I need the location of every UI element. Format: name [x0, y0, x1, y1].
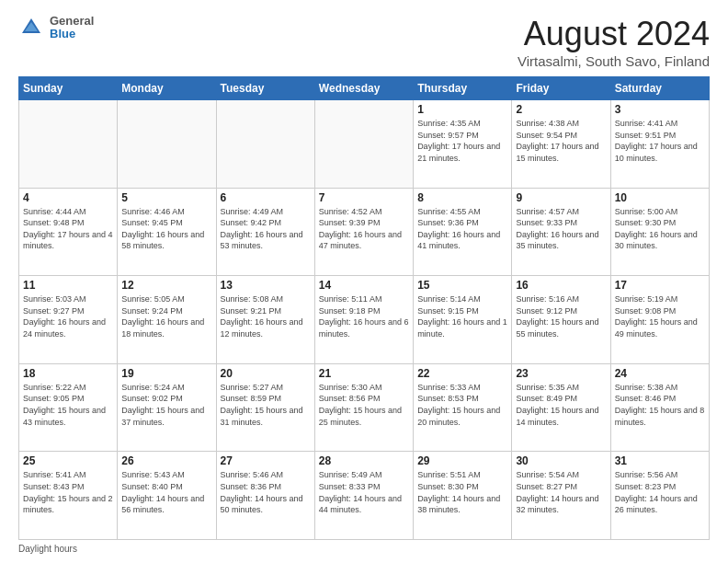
logo-line2: Blue — [50, 28, 94, 40]
day-number: 17 — [615, 279, 705, 292]
calendar-week-row: 18Sunrise: 5:22 AM Sunset: 9:05 PM Dayli… — [19, 363, 710, 452]
calendar-cell: 14Sunrise: 5:11 AM Sunset: 9:18 PM Dayli… — [314, 276, 413, 364]
calendar-title: August 2024 — [518, 15, 710, 53]
calendar-cell: 20Sunrise: 5:27 AM Sunset: 8:59 PM Dayli… — [216, 363, 314, 452]
header-row: SundayMondayTuesdayWednesdayThursdayFrid… — [19, 77, 710, 100]
calendar-cell — [314, 100, 413, 189]
day-number: 10 — [615, 191, 705, 204]
day-info: Sunrise: 4:52 AM Sunset: 9:39 PM Dayligh… — [319, 206, 409, 252]
day-info: Sunrise: 5:08 AM Sunset: 9:21 PM Dayligh… — [221, 293, 311, 339]
day-info: Sunrise: 5:24 AM Sunset: 9:02 PM Dayligh… — [121, 382, 211, 428]
day-of-week-header: Thursday — [414, 77, 512, 100]
footer: Daylight hours — [18, 544, 710, 554]
day-number: 1 — [417, 103, 507, 116]
calendar-cell: 25Sunrise: 5:41 AM Sunset: 8:43 PM Dayli… — [19, 452, 118, 540]
calendar-cell: 21Sunrise: 5:30 AM Sunset: 8:56 PM Dayli… — [314, 363, 413, 452]
calendar-cell: 30Sunrise: 5:54 AM Sunset: 8:27 PM Dayli… — [512, 452, 610, 540]
day-info: Sunrise: 4:46 AM Sunset: 9:45 PM Dayligh… — [121, 206, 211, 252]
day-number: 4 — [23, 191, 113, 204]
calendar-week-row: 25Sunrise: 5:41 AM Sunset: 8:43 PM Dayli… — [19, 452, 710, 540]
day-info: Sunrise: 5:46 AM Sunset: 8:36 PM Dayligh… — [221, 469, 311, 515]
day-info: Sunrise: 5:41 AM Sunset: 8:43 PM Dayligh… — [23, 469, 113, 515]
day-of-week-header: Tuesday — [216, 77, 314, 100]
day-number: 9 — [516, 191, 606, 204]
day-of-week-header: Monday — [118, 77, 216, 100]
day-info: Sunrise: 5:16 AM Sunset: 9:12 PM Dayligh… — [516, 293, 606, 339]
calendar-cell: 1Sunrise: 4:35 AM Sunset: 9:57 PM Daylig… — [414, 100, 512, 189]
day-number: 27 — [221, 454, 311, 467]
day-number: 7 — [319, 191, 409, 204]
day-info: Sunrise: 5:03 AM Sunset: 9:27 PM Dayligh… — [23, 293, 113, 339]
calendar-week-row: 1Sunrise: 4:35 AM Sunset: 9:57 PM Daylig… — [19, 100, 710, 189]
day-number: 12 — [121, 279, 211, 292]
calendar-cell: 23Sunrise: 5:35 AM Sunset: 8:49 PM Dayli… — [512, 363, 610, 452]
calendar-header: SundayMondayTuesdayWednesdayThursdayFrid… — [19, 77, 710, 100]
day-info: Sunrise: 5:51 AM Sunset: 8:30 PM Dayligh… — [417, 469, 507, 515]
day-of-week-header: Wednesday — [314, 77, 413, 100]
daylight-hours-label: Daylight hours — [18, 544, 77, 554]
calendar-cell: 4Sunrise: 4:44 AM Sunset: 9:48 PM Daylig… — [19, 188, 118, 276]
day-number: 23 — [516, 367, 606, 380]
calendar-cell: 9Sunrise: 4:57 AM Sunset: 9:33 PM Daylig… — [512, 188, 610, 276]
day-info: Sunrise: 4:49 AM Sunset: 9:42 PM Dayligh… — [221, 206, 311, 252]
logo-line1: General — [50, 15, 94, 28]
day-number: 31 — [615, 454, 705, 467]
calendar-cell: 19Sunrise: 5:24 AM Sunset: 9:02 PM Dayli… — [118, 363, 216, 452]
logo-text: General Blue — [50, 15, 94, 41]
calendar-subtitle: Virtasalmi, South Savo, Finland — [518, 53, 710, 69]
day-info: Sunrise: 5:33 AM Sunset: 8:53 PM Dayligh… — [417, 382, 507, 428]
header: General Blue August 2024 Virtasalmi, Sou… — [18, 15, 710, 69]
calendar-cell: 13Sunrise: 5:08 AM Sunset: 9:21 PM Dayli… — [216, 276, 314, 364]
day-number: 20 — [221, 367, 311, 380]
day-number: 18 — [23, 367, 113, 380]
calendar-cell: 26Sunrise: 5:43 AM Sunset: 8:40 PM Dayli… — [118, 452, 216, 540]
calendar-cell — [216, 100, 314, 189]
calendar-cell — [19, 100, 118, 189]
day-number: 28 — [319, 454, 409, 467]
day-number: 13 — [221, 279, 311, 292]
calendar-cell: 31Sunrise: 5:56 AM Sunset: 8:23 PM Dayli… — [610, 452, 709, 540]
day-number: 21 — [319, 367, 409, 380]
day-info: Sunrise: 5:30 AM Sunset: 8:56 PM Dayligh… — [319, 382, 409, 428]
day-of-week-header: Saturday — [610, 77, 709, 100]
day-number: 26 — [121, 454, 211, 467]
day-info: Sunrise: 5:14 AM Sunset: 9:15 PM Dayligh… — [417, 293, 507, 339]
day-number: 2 — [516, 103, 606, 116]
day-info: Sunrise: 5:35 AM Sunset: 8:49 PM Dayligh… — [516, 382, 606, 428]
day-number: 8 — [417, 191, 507, 204]
calendar-cell: 6Sunrise: 4:49 AM Sunset: 9:42 PM Daylig… — [216, 188, 314, 276]
day-number: 14 — [319, 279, 409, 292]
calendar-cell: 2Sunrise: 4:38 AM Sunset: 9:54 PM Daylig… — [512, 100, 610, 189]
day-number: 16 — [516, 279, 606, 292]
day-info: Sunrise: 5:43 AM Sunset: 8:40 PM Dayligh… — [121, 469, 211, 515]
calendar-cell — [118, 100, 216, 189]
day-number: 22 — [417, 367, 507, 380]
logo: General Blue — [18, 15, 94, 41]
day-number: 24 — [615, 367, 705, 380]
calendar-cell: 7Sunrise: 4:52 AM Sunset: 9:39 PM Daylig… — [314, 188, 413, 276]
day-number: 19 — [121, 367, 211, 380]
day-info: Sunrise: 5:27 AM Sunset: 8:59 PM Dayligh… — [221, 382, 311, 428]
calendar-cell: 17Sunrise: 5:19 AM Sunset: 9:08 PM Dayli… — [610, 276, 709, 364]
calendar-cell: 10Sunrise: 5:00 AM Sunset: 9:30 PM Dayli… — [610, 188, 709, 276]
calendar-cell: 29Sunrise: 5:51 AM Sunset: 8:30 PM Dayli… — [414, 452, 512, 540]
day-of-week-header: Sunday — [19, 77, 118, 100]
calendar-cell: 16Sunrise: 5:16 AM Sunset: 9:12 PM Dayli… — [512, 276, 610, 364]
day-info: Sunrise: 4:38 AM Sunset: 9:54 PM Dayligh… — [516, 118, 606, 164]
day-number: 15 — [417, 279, 507, 292]
calendar-cell: 3Sunrise: 4:41 AM Sunset: 9:51 PM Daylig… — [610, 100, 709, 189]
day-number: 6 — [221, 191, 311, 204]
day-number: 29 — [417, 454, 507, 467]
calendar-cell: 8Sunrise: 4:55 AM Sunset: 9:36 PM Daylig… — [414, 188, 512, 276]
calendar-week-row: 11Sunrise: 5:03 AM Sunset: 9:27 PM Dayli… — [19, 276, 710, 364]
day-info: Sunrise: 5:38 AM Sunset: 8:46 PM Dayligh… — [615, 382, 705, 428]
day-info: Sunrise: 5:22 AM Sunset: 9:05 PM Dayligh… — [23, 382, 113, 428]
calendar-cell: 15Sunrise: 5:14 AM Sunset: 9:15 PM Dayli… — [414, 276, 512, 364]
day-info: Sunrise: 5:56 AM Sunset: 8:23 PM Dayligh… — [615, 469, 705, 515]
day-number: 30 — [516, 454, 606, 467]
day-info: Sunrise: 5:11 AM Sunset: 9:18 PM Dayligh… — [319, 293, 409, 339]
calendar-cell: 24Sunrise: 5:38 AM Sunset: 8:46 PM Dayli… — [610, 363, 709, 452]
day-number: 11 — [23, 279, 113, 292]
logo-icon — [18, 15, 44, 40]
calendar-week-row: 4Sunrise: 4:44 AM Sunset: 9:48 PM Daylig… — [19, 188, 710, 276]
